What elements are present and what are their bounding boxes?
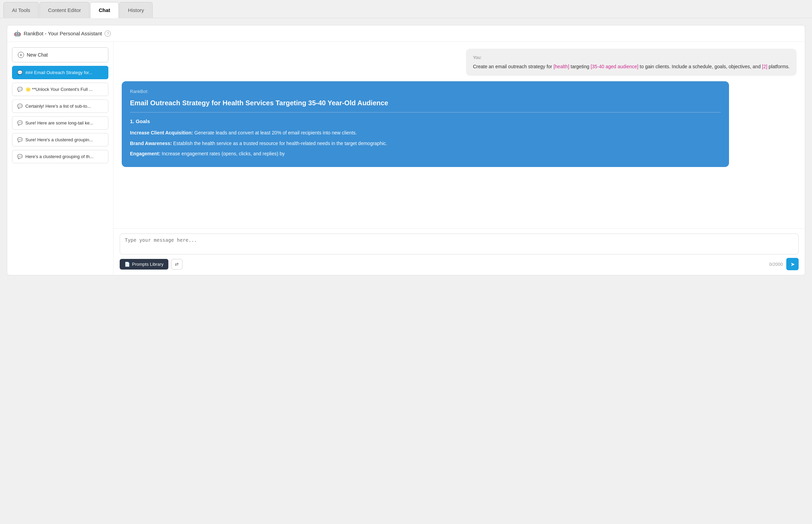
prompts-library-button[interactable]: 📄 Prompts Library [120,259,168,270]
chat-panel: 🤖 RankBot - Your Personal Assistant ? + … [7,25,805,275]
chat-input-area: 📄 Prompts Library ⇄ 0/2000 ➤ [114,228,805,275]
user-text-end: platforms. [767,64,790,69]
rankbot-icon: 🤖 [14,30,21,37]
panel-title: RankBot - Your Personal Assistant [24,31,102,36]
history-item-1[interactable]: 💬 ### Email Outreach Strategy for... [12,66,108,79]
chat-icon-3: 💬 [17,104,23,109]
user-text-mid: targeting [569,64,590,69]
highlight-audience: [35-40 aged audience] [590,64,638,69]
chat-input-row [120,234,799,254]
history-item-6[interactable]: 💬 Here's a clustered grouping of th... [12,150,108,163]
history-item-4[interactable]: 💬 Sure! Here are some long-tail ke... [12,116,108,130]
tab-content-editor[interactable]: Content Editor [39,2,89,18]
chat-input[interactable] [125,237,793,250]
send-button[interactable]: ➤ [786,258,799,270]
tab-history[interactable]: History [119,2,153,18]
chat-icon-1: 💬 [17,70,23,75]
refresh-icon: ⇄ [175,262,179,267]
char-count: 0/2000 [769,262,783,267]
plus-icon: + [18,52,24,58]
prompts-library-label: Prompts Library [132,262,164,267]
bot-para-2: Brand Awareness: Establish the health se… [130,140,721,147]
para2-text: Establish the health service as a truste… [172,141,387,146]
user-text-post: to gain clients. Include a schedule, goa… [638,64,762,69]
tab-chat[interactable]: Chat [90,2,119,18]
chat-sidebar: + New Chat 💬 ### Email Outreach Strategy… [7,42,114,275]
history-label-6: Here's a clustered grouping of th... [25,154,93,159]
refresh-button[interactable]: ⇄ [171,259,182,270]
bot-message: RankBot: Email Outreach Strategy for Hea… [122,81,729,167]
history-item-5[interactable]: 💬 Sure! Here's a clustered groupin... [12,133,108,146]
para3-text: Increase engagement rates (opens, clicks… [160,151,285,156]
highlight-platforms: [2] [762,64,767,69]
bot-title: Email Outreach Strategy for Health Servi… [130,98,721,107]
para3-bold: Engagement: [130,151,160,156]
toolbar-right: 0/2000 ➤ [769,258,799,270]
section-1-heading: 1. Goals [130,117,721,126]
history-item-3[interactable]: 💬 Certainly! Here's a list of sub-to... [12,99,108,113]
chat-icon-5: 💬 [17,137,23,142]
bot-label: RankBot: [130,88,721,95]
bot-divider [130,112,721,112]
history-label-4: Sure! Here are some long-tail ke... [25,120,93,126]
prompts-library-icon: 📄 [124,262,130,267]
user-text-pre: Create an email outreach strategy for [473,64,553,69]
highlight-health: [health] [553,64,569,69]
user-message: You: Create an email outreach strategy f… [466,49,797,76]
history-item-2[interactable]: 💬 🌟 **Unlock Your Content's Full ... [12,83,108,96]
chat-icon-6: 💬 [17,154,23,159]
tab-ai-tools[interactable]: AI Tools [3,2,39,18]
para1-bold: Increase Client Acquisition: [130,130,193,135]
new-chat-button[interactable]: + New Chat [12,47,108,62]
bot-para-3: Engagement: Increase engagement rates (o… [130,150,721,157]
new-chat-label: New Chat [27,52,48,58]
user-label: You: [473,54,790,61]
history-label-5: Sure! Here's a clustered groupin... [25,137,93,142]
chat-input-toolbar: 📄 Prompts Library ⇄ 0/2000 ➤ [120,258,799,270]
chat-messages: You: Create an email outreach strategy f… [114,42,805,228]
chat-main: You: Create an email outreach strategy f… [114,42,805,275]
chat-body: + New Chat 💬 ### Email Outreach Strategy… [7,42,805,275]
para1-text: Generate leads and convert at least 20% … [193,130,357,135]
chat-icon-4: 💬 [17,120,23,126]
help-icon[interactable]: ? [105,31,111,37]
toolbar-left: 📄 Prompts Library ⇄ [120,259,182,270]
panel-header: 🤖 RankBot - Your Personal Assistant ? [7,25,805,42]
main-area: 🤖 RankBot - Your Personal Assistant ? + … [0,18,812,282]
user-message-text: Create an email outreach strategy for [h… [473,63,790,70]
history-label-3: Certainly! Here's a list of sub-to... [25,104,91,109]
history-label-1: ### Email Outreach Strategy for... [25,70,93,75]
bot-para-1: Increase Client Acquisition: Generate le… [130,129,721,136]
para2-bold: Brand Awareness: [130,141,172,146]
send-icon: ➤ [790,261,795,267]
history-label-2: 🌟 **Unlock Your Content's Full ... [25,87,93,92]
chat-icon-2: 💬 [17,87,23,92]
tab-bar: AI Tools Content Editor Chat History [0,0,812,18]
